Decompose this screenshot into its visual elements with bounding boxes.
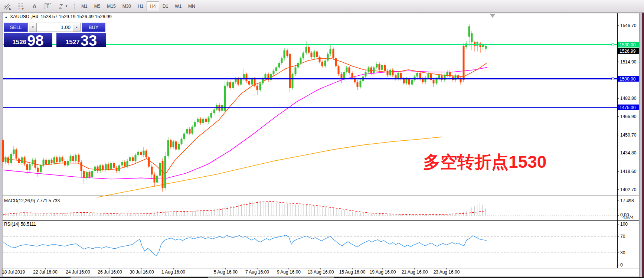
timeframe-button-M5[interactable]: M5 (91, 1, 104, 11)
toolbar: E F A T ▼ M1M5M15M30H1H4D1W1MN (0, 0, 644, 13)
rsi-scale-label: 70 (620, 234, 625, 239)
date-axis-label: 22 Jul 16:00 (33, 269, 58, 275)
date-axis-label: 19 Aug 16:00 (370, 269, 396, 275)
price-axis-label: 1434.80 (620, 150, 637, 156)
rsi-scale-label: 30 (620, 250, 625, 255)
timeframe-button-W1[interactable]: W1 (171, 1, 185, 11)
volume-increase-button[interactable]: ▲ (73, 23, 81, 32)
sell-price-major: 1526 (12, 39, 26, 47)
one-click-trading-panel: SELL ▼ ▲ BUY 1526 98 1527 33 (4, 23, 108, 47)
chart-header: ▲XAUUSD-,H4 1528.57 1529.19 1526.49 1526… (4, 14, 112, 19)
price-line-label: 1500.00 (620, 76, 636, 82)
toolbar-separator (74, 3, 75, 10)
date-axis-label: 15 Aug 16:00 (339, 269, 366, 275)
price-line-label: 1530.00 (620, 42, 636, 48)
price-axis-label: 1546.70 (620, 23, 637, 28)
date-axis-label: 13 Aug 16:00 (308, 269, 334, 275)
equidistant-channel-icon[interactable]: E (2, 2, 13, 11)
date-axis-label: 24 Jul 16:00 (66, 269, 90, 275)
sell-price-minor: 98 (27, 34, 44, 47)
price-line-label: 1475.00 (620, 105, 636, 110)
macd-label: MACD(12,26,9) 7.771 5.733 (4, 198, 60, 203)
rsi-scale-label: 0 (620, 262, 623, 268)
buy-price-display[interactable]: 1527 33 (56, 33, 106, 47)
volume-decrease-button[interactable]: ▼ (29, 23, 37, 32)
date-axis-label: 9 Aug 16:00 (277, 269, 301, 275)
timeframe-button-MN[interactable]: MN (185, 1, 199, 11)
date-axis-label: 1 Aug 16:00 (161, 269, 185, 275)
objects-dropdown-icon[interactable]: ▼ (56, 2, 70, 11)
rsi-label: RSI(14) 58.5111 (4, 222, 36, 227)
date-axis-label: 26 Jul 16:00 (98, 269, 122, 275)
price-axis-label: 1466.90 (620, 114, 637, 119)
svg-text:F: F (22, 7, 24, 10)
chart-annotation-text[interactable]: 多空转折点1530 (423, 151, 546, 174)
macd-scale-label: 17.498 (620, 198, 634, 203)
macd-scale-label: 4.974 (622, 215, 634, 220)
price-line-label: 1526.99 (620, 49, 636, 54)
price-axis-label: 1402.70 (620, 187, 637, 192)
rsi-scale-label: 100 (620, 222, 628, 227)
text-label-icon[interactable]: T (42, 2, 53, 11)
date-axis-label: 21 Aug 16:00 (402, 269, 428, 275)
ohlc-values: 1528.57 1529.19 1526.49 1526.99 (41, 14, 112, 19)
symbol-period-label: XAUUSD-,H4 (10, 14, 38, 19)
text-icon[interactable]: A (29, 2, 40, 11)
timeframe-button-M1[interactable]: M1 (78, 1, 91, 11)
timeframe-button-H1[interactable]: H1 (134, 1, 147, 11)
svg-text:E: E (9, 7, 11, 10)
date-axis-label: 23 Aug 16:00 (434, 269, 460, 275)
buy-price-major: 1527 (66, 39, 80, 47)
volume-input[interactable] (37, 23, 73, 32)
mt4-application: 1546.701514.901482.801466.901450.701434.… (0, 0, 644, 278)
timeframe-button-D1[interactable]: D1 (159, 1, 171, 11)
fibonacci-icon[interactable]: F (16, 2, 27, 11)
price-axis-label: 1450.70 (620, 133, 637, 138)
timeframe-group: M1M5M15M30H1H4D1W1MN (78, 1, 199, 11)
price-axis-label: 1482.80 (620, 96, 637, 101)
price-axis-label: 1514.90 (620, 59, 637, 65)
sell-price-display[interactable]: 1526 98 (4, 33, 52, 47)
date-axis-label: 5 Aug 16:00 (214, 269, 238, 275)
buy-price-minor: 33 (81, 34, 97, 47)
date-axis-label: 7 Aug 16:00 (245, 269, 269, 275)
timeframe-button-H4[interactable]: H4 (147, 1, 159, 11)
date-axis-label: 30 Jul 16:00 (130, 269, 154, 275)
collapse-panel-icon[interactable]: ▲ (4, 15, 8, 19)
buy-button[interactable]: BUY (82, 23, 105, 32)
timeframe-button-M30[interactable]: M30 (119, 1, 134, 11)
date-axis-label: 18 Jul 2019 (2, 269, 25, 275)
sell-button[interactable]: SELL (4, 23, 28, 32)
price-axis-label: 1418.60 (620, 169, 637, 174)
timeframe-button-M15[interactable]: M15 (104, 1, 119, 11)
